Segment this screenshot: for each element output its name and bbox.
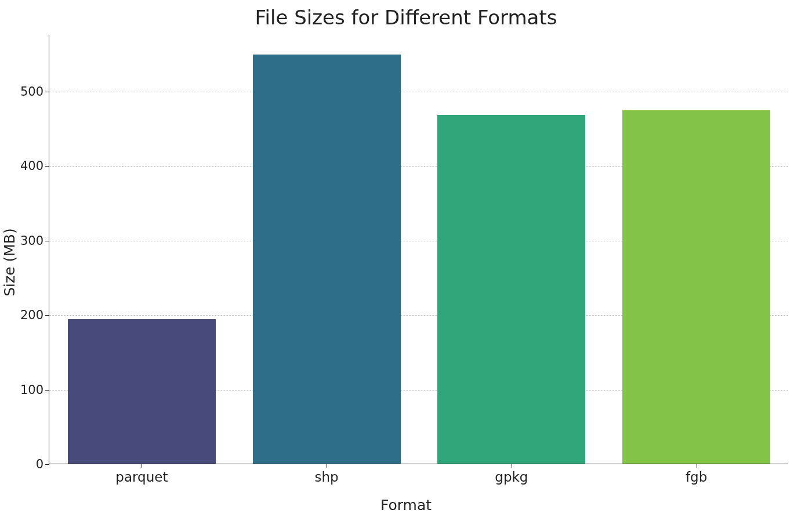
bar-shp bbox=[253, 55, 401, 464]
plot-area: 0100200300400500parquetshpgpkgfgb bbox=[49, 35, 788, 464]
y-tick-label: 300 bbox=[20, 234, 49, 248]
x-tick-label: shp bbox=[315, 464, 339, 485]
chart-container: File Sizes for Different Formats Size (M… bbox=[0, 0, 812, 524]
bar-fgb bbox=[622, 110, 770, 464]
x-tick-label: parquet bbox=[115, 464, 168, 485]
y-tick-label: 400 bbox=[20, 159, 49, 173]
x-tick-label: gpkg bbox=[495, 464, 528, 485]
y-tick-label: 100 bbox=[20, 383, 49, 397]
y-tick-label: 200 bbox=[20, 308, 49, 322]
x-tick-label: fgb bbox=[686, 464, 707, 485]
x-axis-label: Format bbox=[0, 497, 812, 514]
chart-title: File Sizes for Different Formats bbox=[0, 6, 812, 29]
grid-line bbox=[49, 92, 788, 92]
bar-parquet bbox=[68, 319, 216, 464]
y-axis-label: Size (MB) bbox=[1, 228, 18, 297]
y-tick-label: 0 bbox=[36, 457, 49, 471]
y-tick-label: 500 bbox=[20, 85, 49, 99]
bar-gpkg bbox=[437, 115, 585, 464]
